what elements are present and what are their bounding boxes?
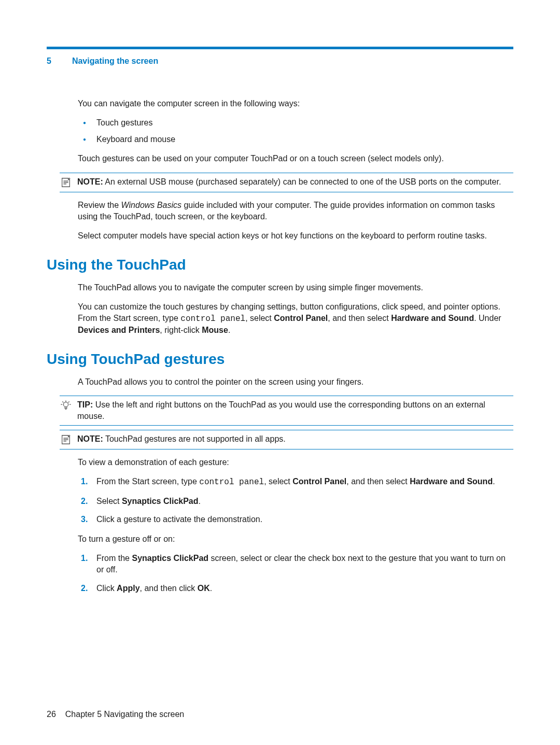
list-item: Keyboard and mouse bbox=[78, 134, 513, 145]
bold-text: Control Panel bbox=[292, 477, 346, 486]
text: , and then select bbox=[346, 477, 410, 486]
list-item: Click a gesture to activate the demonstr… bbox=[78, 514, 513, 525]
page-content: 5 Navigating the screen You can navigate… bbox=[0, 0, 560, 594]
tip-body: TIP: Use the left and right buttons on t… bbox=[77, 399, 513, 421]
tip-label: TIP: bbox=[77, 400, 93, 409]
touchpad-p2: You can customize the touch gestures by … bbox=[78, 301, 513, 336]
toggle-steps: From the Synaptics ClickPad screen, sele… bbox=[78, 553, 513, 594]
text: . bbox=[199, 497, 201, 505]
bold-text: Control Panel bbox=[274, 314, 328, 322]
bold-text: Mouse bbox=[202, 326, 228, 334]
chapter-heading: 5 Navigating the screen bbox=[47, 55, 513, 67]
text: Review the bbox=[78, 201, 121, 209]
mono-text: control panel bbox=[180, 314, 245, 324]
text: From the Start screen, type bbox=[96, 477, 199, 486]
text: . bbox=[228, 326, 230, 334]
tip-callout: TIP: Use the left and right buttons on t… bbox=[60, 396, 513, 425]
list-item: Select Synaptics ClickPad. bbox=[78, 496, 513, 507]
note-text: An external USB mouse (purchased separat… bbox=[105, 177, 501, 186]
text: . Under bbox=[474, 314, 501, 322]
intro-text: You can navigate the computer screen in … bbox=[78, 98, 513, 109]
mono-text: control panel bbox=[199, 477, 264, 487]
text: . bbox=[210, 584, 212, 593]
note-text: TouchPad gestures are not supported in a… bbox=[105, 434, 286, 443]
demo-steps: From the Start screen, type control pane… bbox=[78, 476, 513, 525]
section-heading-gestures: Using TouchPad gestures bbox=[47, 349, 513, 369]
page-footer: 26 Chapter 5 Navigating the screen bbox=[47, 709, 184, 720]
note-body: NOTE: TouchPad gestures are not supporte… bbox=[77, 433, 513, 445]
text: Click bbox=[96, 584, 117, 593]
section-heading-touchpad: Using the TouchPad bbox=[47, 255, 513, 275]
list-item: From the Start screen, type control pane… bbox=[78, 476, 513, 488]
demo-lead: To view a demonstration of each gesture: bbox=[78, 457, 513, 468]
touchpad-p1: The TouchPad allows you to navigate the … bbox=[78, 282, 513, 293]
intro-block: You can navigate the computer screen in … bbox=[78, 98, 513, 594]
text: , and then click bbox=[140, 584, 198, 593]
chapter-rule bbox=[47, 47, 513, 49]
text: , select bbox=[264, 477, 292, 486]
bold-text: Hardware and Sound bbox=[410, 477, 493, 486]
bold-text: Synaptics ClickPad bbox=[132, 554, 208, 563]
list-item: Touch gestures bbox=[78, 117, 513, 129]
note-callout-2: NOTE: TouchPad gestures are not supporte… bbox=[60, 430, 513, 449]
intro-text-2: Touch gestures can be used on your compu… bbox=[78, 153, 513, 164]
text: . bbox=[493, 477, 495, 486]
note-icon bbox=[60, 433, 72, 446]
footer-chapter-label: Chapter 5 Navigating the screen bbox=[65, 709, 184, 720]
list-item: Click Apply, and then click OK. bbox=[78, 583, 513, 594]
italic-text: Windows Basics bbox=[121, 201, 181, 209]
note-label: NOTE: bbox=[77, 177, 103, 186]
bold-text: Synaptics ClickPad bbox=[122, 497, 199, 505]
bold-text: OK bbox=[198, 584, 210, 593]
bold-text: Devices and Printers bbox=[78, 326, 160, 334]
chapter-title: Navigating the screen bbox=[72, 55, 158, 67]
svg-point-0 bbox=[63, 402, 68, 407]
note-label: NOTE: bbox=[77, 434, 103, 443]
tip-icon bbox=[60, 399, 72, 412]
chapter-number: 5 bbox=[47, 55, 51, 67]
review-text-2: Select computer models have special acti… bbox=[78, 230, 513, 242]
text: Select bbox=[96, 497, 122, 505]
review-text: Review the Windows Basics guide included… bbox=[78, 200, 513, 222]
note-callout: NOTE: An external USB mouse (purchased s… bbox=[60, 173, 513, 192]
note-icon bbox=[60, 176, 72, 189]
intro-bullets: Touch gestures Keyboard and mouse bbox=[78, 117, 513, 145]
bold-text: Hardware and Sound bbox=[391, 314, 474, 322]
gestures-p1: A TouchPad allows you to control the poi… bbox=[78, 376, 513, 388]
text: , select bbox=[245, 314, 274, 322]
bold-text: Apply bbox=[117, 584, 139, 593]
text: , right-click bbox=[160, 326, 202, 334]
text: From the bbox=[96, 554, 132, 563]
note-body: NOTE: An external USB mouse (purchased s… bbox=[77, 176, 513, 188]
page-number: 26 bbox=[47, 709, 56, 720]
text: , and then select bbox=[328, 314, 391, 322]
toggle-lead: To turn a gesture off or on: bbox=[78, 533, 513, 545]
tip-text: Use the left and right buttons on the To… bbox=[77, 400, 485, 420]
list-item: From the Synaptics ClickPad screen, sele… bbox=[78, 553, 513, 575]
